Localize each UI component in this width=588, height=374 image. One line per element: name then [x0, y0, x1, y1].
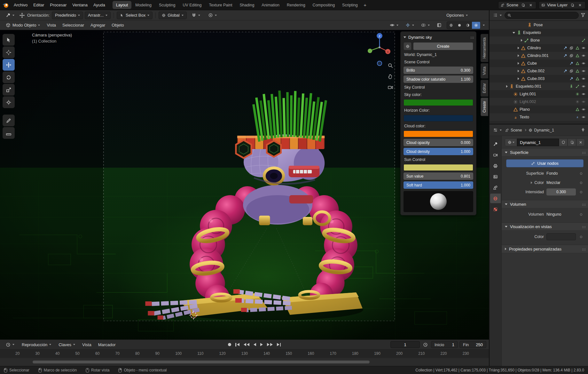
blender-logo-icon[interactable]: [3, 2, 10, 9]
data-icon[interactable]: [569, 54, 573, 58]
viewport-canvas[interactable]: Cámara (perspectiva) (1) Collection: [0, 30, 489, 339]
world-name-field[interactable]: Dynamic_1: [517, 139, 559, 146]
timeline-marker-menu[interactable]: Marcador: [95, 340, 119, 349]
select-mode-dropdown[interactable]: Select Box: [117, 12, 153, 19]
menu-editar[interactable]: Editar: [30, 1, 47, 9]
mesh-data-icon[interactable]: [576, 61, 579, 65]
section-grip[interactable]: [582, 204, 583, 204]
preview-range-button[interactable]: [421, 341, 429, 348]
tab-tool[interactable]: [490, 139, 501, 149]
scene-selector[interactable]: Scene: [498, 1, 536, 9]
data-icon[interactable]: [569, 46, 573, 50]
unlink-world-button[interactable]: [576, 139, 585, 146]
tab-texture[interactable]: [490, 204, 501, 214]
preset-icon-button[interactable]: [404, 42, 412, 50]
bone-data-icon[interactable]: [576, 84, 579, 88]
workspace-tab-rendering[interactable]: Rendering: [283, 1, 309, 9]
shading-rendered-button[interactable]: [472, 22, 480, 29]
expand-icon[interactable]: [521, 39, 522, 42]
workspace-tab-animation[interactable]: Animation: [258, 1, 283, 9]
outliner-item-cube-002[interactable]: Cube.002: [490, 67, 588, 75]
scrollbar-thumb[interactable]: [33, 361, 370, 363]
overlays-dropdown[interactable]: [418, 21, 433, 29]
outliner-item-cube[interactable]: Cube: [490, 60, 588, 67]
collapse-icon[interactable]: [404, 36, 406, 38]
frame-start-field[interactable]: Inicio1: [431, 341, 458, 348]
sidebar-tab-herramienta[interactable]: Herramienta: [481, 34, 488, 62]
playback-menu[interactable]: Reproducción: [19, 341, 54, 348]
outliner-item-cilindro[interactable]: Cilindro: [490, 44, 588, 52]
pan-hand-button[interactable]: [386, 72, 395, 81]
mode-selector[interactable]: Modo Objeto: [3, 21, 43, 29]
outliner-item-esqueleto[interactable]: Esqueleto: [490, 29, 588, 36]
select-box-tool[interactable]: [3, 34, 15, 46]
pin-id-button[interactable]: [581, 127, 585, 133]
section-grip[interactable]: [582, 226, 583, 227]
rotate-tool[interactable]: [3, 71, 15, 83]
viewport-color-swatch[interactable]: [546, 233, 576, 240]
drag-mode-dropdown[interactable]: Arrastr...: [85, 12, 111, 19]
outliner-item-pose[interactable]: Pose: [490, 21, 588, 29]
add-menu[interactable]: Agregar: [88, 21, 108, 29]
play-button[interactable]: [259, 341, 264, 348]
play-reverse-button[interactable]: [252, 341, 258, 348]
expand-icon[interactable]: [518, 70, 519, 72]
outliner-editor-type-button[interactable]: [492, 12, 503, 19]
workspace-tab-sculpting[interactable]: Sculpting: [155, 1, 179, 9]
sun-color-swatch[interactable]: [404, 164, 473, 171]
tab-render[interactable]: [490, 150, 501, 160]
workspace-tab-scripting[interactable]: Scripting: [339, 1, 361, 9]
tab-world[interactable]: [490, 194, 501, 203]
unlink-scene-button[interactable]: [528, 2, 534, 8]
timeline-scrollbar[interactable]: [0, 358, 489, 366]
tab-view-layer[interactable]: [490, 172, 501, 181]
expand-icon[interactable]: [518, 62, 519, 65]
volume-dropdown[interactable]: Ninguno: [546, 212, 576, 217]
workspace-tab-modeling[interactable]: Modeling: [132, 1, 155, 9]
breadcrumb-world[interactable]: Dynamic_1: [529, 128, 554, 132]
bone-data-icon[interactable]: [582, 38, 585, 42]
frame-end-field[interactable]: Fin250: [459, 341, 486, 348]
hide-eye-icon[interactable]: [582, 61, 585, 65]
gizmos-dropdown[interactable]: [402, 21, 417, 29]
outliner-item-plano[interactable]: Plano: [490, 106, 588, 113]
transform-orientation-dropdown[interactable]: Global: [159, 12, 187, 19]
surface-type-dropdown[interactable]: Fondo: [546, 171, 576, 176]
transform-tool[interactable]: [3, 96, 15, 108]
workspace-tab-uv-editing[interactable]: UV Editing: [179, 1, 205, 9]
snap-toggle[interactable]: [188, 12, 203, 19]
color-blend-dropdown[interactable]: Mezclar: [546, 180, 576, 185]
view-menu[interactable]: Vista: [44, 21, 59, 29]
hide-eye-icon[interactable]: [582, 92, 585, 96]
scale-tool[interactable]: [3, 84, 15, 96]
jump-to-start-button[interactable]: [234, 341, 241, 348]
orientation-dropdown[interactable]: Predefinido: [52, 12, 83, 19]
proportional-edit-toggle[interactable]: [205, 12, 220, 19]
shading-wireframe-button[interactable]: [447, 22, 455, 29]
menu-procesar[interactable]: Procesar: [47, 1, 69, 9]
modifier-wrench-icon[interactable]: [563, 69, 567, 73]
data-icon[interactable]: [569, 69, 573, 73]
cloud-density-slider[interactable]: Cloud density1.000: [404, 148, 473, 155]
collapse-icon[interactable]: [505, 226, 507, 227]
outliner-item-cilindro-001[interactable]: Cilindro.001: [490, 52, 588, 60]
shadow-saturation-slider[interactable]: Shadow color saturatio1.100: [404, 76, 473, 83]
outliner-item-light-001[interactable]: Light.001: [490, 90, 588, 98]
mesh-data-icon[interactable]: [576, 46, 579, 50]
hide-eye-icon[interactable]: [582, 77, 585, 81]
timeline-ruler[interactable]: 203040 506070 8090100 110120130 14015016…: [0, 349, 489, 358]
dynamic-sky-panel-header[interactable]: Dynamic sky: [404, 34, 473, 41]
expand-icon[interactable]: [518, 47, 519, 49]
light-data-icon[interactable]: [576, 100, 579, 104]
shading-options-dropdown[interactable]: [481, 21, 486, 29]
current-frame-field[interactable]: 1: [390, 341, 420, 348]
prev-keyframe-button[interactable]: [242, 341, 251, 348]
zoom-button[interactable]: [386, 61, 395, 70]
section-header-volumen[interactable]: Volumen: [502, 200, 588, 208]
gizmo-y-axis[interactable]: [368, 49, 372, 53]
object-visibility-dropdown[interactable]: [387, 21, 402, 29]
sidebar-tab-vista[interactable]: Vista: [481, 63, 488, 78]
gizmo-minus-z-axis[interactable]: [377, 61, 382, 66]
section-header-custom-properties[interactable]: Propiedades personalizadas: [502, 245, 588, 253]
animate-dot[interactable]: [580, 182, 582, 184]
